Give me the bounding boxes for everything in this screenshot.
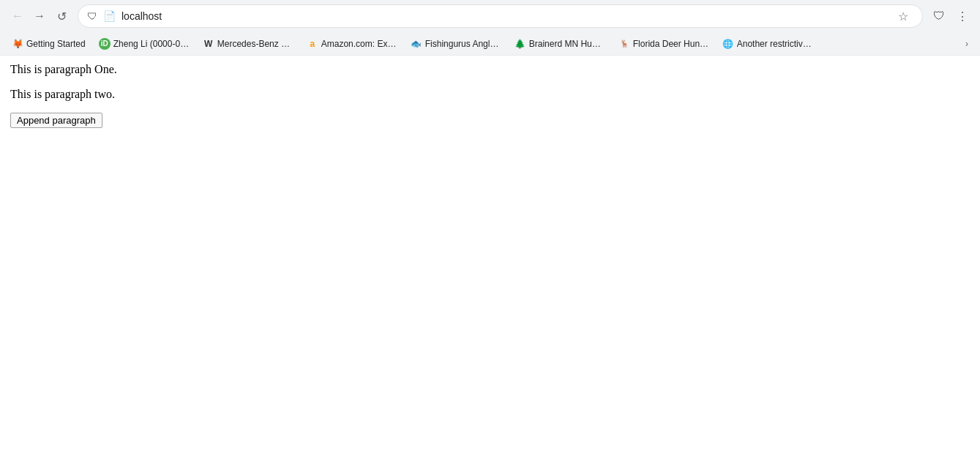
bookmark-label-mercedes: Mercedes-Benz G-Clas... bbox=[217, 39, 293, 49]
bookmark-label-another-restrictive: Another restrictive dee... bbox=[737, 39, 813, 49]
bookmark-another-restrictive[interactable]: 🌐 Another restrictive dee... bbox=[717, 36, 819, 52]
append-paragraph-button[interactable]: Append paragraph bbox=[10, 113, 102, 128]
bookmark-star-button[interactable]: ☆ bbox=[893, 6, 913, 26]
address-bar-container: 🛡 📄 ☆ bbox=[78, 4, 923, 28]
paragraph-two: This is paragraph two. bbox=[10, 88, 970, 101]
bookmark-label-brainerd: Brainerd MN Hunting ... bbox=[529, 39, 605, 49]
nav-buttons: ← → ↺ bbox=[7, 6, 72, 26]
menu-button[interactable]: ⋮ bbox=[952, 6, 973, 26]
bookmark-fishingurus[interactable]: 🐟 Fishingurus Angler's l... bbox=[405, 36, 507, 52]
bookmark-zheng-li[interactable]: iD Zheng Li (0000-0002-3... bbox=[93, 36, 195, 52]
page-content: This is paragraph One. This is paragraph… bbox=[0, 56, 980, 458]
bookmark-getting-started[interactable]: 🦊 Getting Started bbox=[6, 36, 91, 52]
forward-button[interactable]: → bbox=[29, 6, 50, 26]
top-bar: ← → ↺ 🛡 📄 ☆ 🛡 ⋮ bbox=[0, 0, 980, 32]
bookmarks-chevron[interactable]: › bbox=[960, 37, 974, 51]
right-buttons: 🛡 ⋮ bbox=[929, 6, 973, 26]
shield-button[interactable]: 🛡 bbox=[929, 6, 949, 26]
bookmark-favicon-another-restrictive: 🌐 bbox=[722, 38, 734, 50]
bookmark-favicon-florida-deer: 🦌 bbox=[618, 38, 630, 50]
address-input[interactable] bbox=[121, 10, 887, 22]
bookmark-amazon[interactable]: a Amazon.com: ExpertP... bbox=[301, 36, 403, 52]
bookmark-brainerd[interactable]: 🌲 Brainerd MN Hunting ... bbox=[509, 36, 611, 52]
bookmark-favicon-getting-started: 🦊 bbox=[12, 38, 23, 50]
bookmark-label-fishingurus: Fishingurus Angler's l... bbox=[425, 39, 501, 49]
page-icon: 📄 bbox=[103, 10, 116, 22]
bookmark-label-amazon: Amazon.com: ExpertP... bbox=[321, 39, 397, 49]
bookmark-favicon-brainerd: 🌲 bbox=[515, 38, 526, 50]
bookmarks-bar: 🦊 Getting Started iD Zheng Li (0000-0002… bbox=[0, 32, 980, 56]
bookmark-florida-deer[interactable]: 🦌 Florida Deer Hunting S... bbox=[613, 36, 715, 52]
bookmark-favicon-fishingurus: 🐟 bbox=[411, 38, 422, 50]
paragraph-one: This is paragraph One. bbox=[10, 63, 970, 76]
bookmark-favicon-amazon: a bbox=[307, 38, 318, 50]
reload-button[interactable]: ↺ bbox=[51, 6, 72, 26]
bookmark-label-zheng-li: Zheng Li (0000-0002-3... bbox=[113, 39, 190, 49]
bookmark-label-florida-deer: Florida Deer Hunting S... bbox=[633, 39, 709, 49]
bookmark-label-getting-started: Getting Started bbox=[26, 39, 86, 49]
back-button[interactable]: ← bbox=[7, 6, 28, 26]
browser-window: ← → ↺ 🛡 📄 ☆ 🛡 ⋮ 🦊 Getting Started iD Zhe… bbox=[0, 0, 980, 458]
bookmark-mercedes[interactable]: W Mercedes-Benz G-Clas... bbox=[197, 36, 299, 52]
bookmark-favicon-mercedes: W bbox=[203, 38, 214, 50]
security-icon: 🛡 bbox=[87, 10, 97, 22]
bookmark-favicon-zheng-li: iD bbox=[99, 38, 111, 50]
